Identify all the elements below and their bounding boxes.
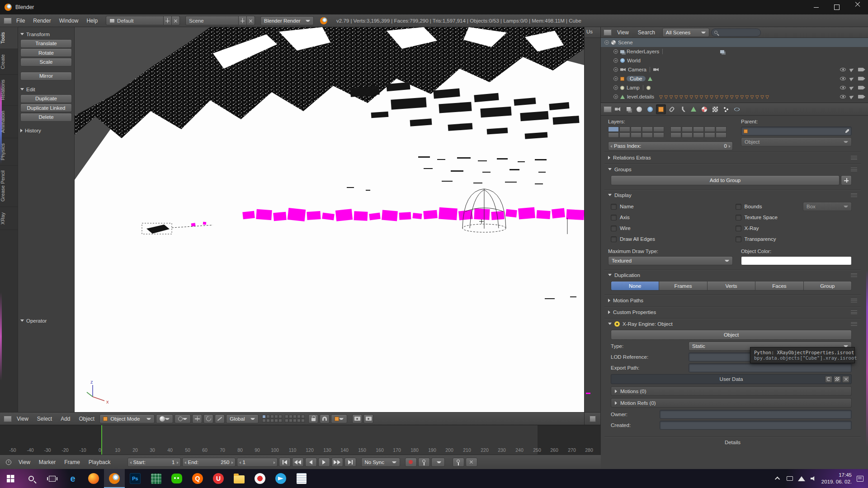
taskbar-photoshop[interactable]: Ps <box>125 469 146 488</box>
viewport-3d[interactable]: z x <box>75 27 584 412</box>
tab-physics[interactable] <box>732 104 742 114</box>
keying-set-button[interactable] <box>418 458 430 467</box>
jump-to-start-button[interactable] <box>279 458 291 467</box>
eyedropper-icon[interactable] <box>845 129 849 133</box>
renderable-icon[interactable] <box>858 95 863 99</box>
tab-grease-pencil[interactable]: Grease Pencil <box>0 165 18 207</box>
xray-checkbox[interactable] <box>736 225 741 231</box>
panel-drag-handle[interactable] <box>851 322 857 326</box>
snap-toggle-button[interactable] <box>320 414 330 423</box>
menu-window[interactable]: Window <box>56 18 82 24</box>
scene-selector[interactable]: Scene <box>185 16 255 25</box>
visibility-icon[interactable] <box>840 86 846 89</box>
opengl-render-button[interactable] <box>352 414 362 423</box>
taskbar-search-button[interactable] <box>21 469 42 488</box>
duplication-faces-button[interactable]: Faces <box>755 281 803 291</box>
stripe-bottom-header[interactable] <box>585 412 600 425</box>
duplication-group-button[interactable]: Group <box>803 281 852 291</box>
display-tray-icon[interactable] <box>786 475 793 482</box>
editor-type-icon[interactable] <box>4 416 12 422</box>
tab-modifiers[interactable] <box>678 104 688 114</box>
menu-view[interactable]: View <box>13 416 32 422</box>
selectable-icon[interactable] <box>849 67 855 72</box>
menu-view[interactable]: View <box>15 459 34 465</box>
panel-drag-handle[interactable] <box>851 273 857 277</box>
tab-tools[interactable]: Tools <box>0 27 18 49</box>
sync-dropdown[interactable]: No Sync <box>361 458 400 467</box>
manipulator-translate-button[interactable] <box>192 414 202 423</box>
menu-marker[interactable]: Marker <box>35 459 59 465</box>
editor-type-icon[interactable] <box>4 18 12 24</box>
hidden-icons-button[interactable] <box>774 475 782 482</box>
tab-material[interactable] <box>699 104 709 114</box>
timeline-ruler[interactable]: -50 -40 -30 -20 -10 0 10 20 30 40 50 60 … <box>0 425 601 455</box>
volume-tray-icon[interactable] <box>810 475 817 482</box>
outliner-row-scene[interactable]: Scene <box>601 38 868 47</box>
pass-index-slider[interactable]: Pass Index: 0 <box>608 141 733 150</box>
screen-layout-selector[interactable]: Default <box>106 16 180 25</box>
panel-duplication[interactable]: Duplication <box>604 270 861 280</box>
end-frame-field[interactable]: End: 250 <box>182 458 236 467</box>
outliner-search-input[interactable] <box>711 28 761 37</box>
renderable-icon[interactable] <box>858 77 863 80</box>
rotate-button[interactable]: Rotate <box>20 48 72 57</box>
tab-physics[interactable]: Physics <box>0 138 18 166</box>
tab-render[interactable] <box>613 104 623 114</box>
tab-relations[interactable]: Relations <box>0 75 18 106</box>
render-engine-dropdown[interactable]: Blender Render <box>260 16 314 25</box>
panel-drag-handle[interactable] <box>851 156 857 160</box>
expand-icon[interactable] <box>604 40 609 45</box>
panel-details[interactable]: Details <box>604 437 861 447</box>
menu-select[interactable]: Select <box>33 416 56 422</box>
taskbar-media-app[interactable] <box>250 469 270 488</box>
menu-view[interactable]: View <box>613 29 632 36</box>
taskbar-blender[interactable] <box>104 469 125 488</box>
draw-all-edges-checkbox[interactable] <box>611 236 617 242</box>
browse-button[interactable] <box>834 376 841 383</box>
snap-element-dropdown[interactable] <box>331 414 347 423</box>
panel-history[interactable]: History <box>20 126 72 135</box>
motions-expander[interactable]: Motions (0) <box>611 386 852 396</box>
refresh-button[interactable] <box>825 376 832 383</box>
minimize-button[interactable] <box>806 0 826 14</box>
name-checkbox[interactable] <box>611 204 617 210</box>
max-draw-type-dropdown[interactable]: Textured <box>608 256 733 265</box>
outliner-row-level-details[interactable]: level.details ▽▽▽▽▽▽▽▽▽▽▽▽▽▽▽▽▽▽▽▽▽▽ <box>601 92 868 101</box>
outliner-row-renderlayers[interactable]: RenderLayers <box>601 47 868 56</box>
editor-type-icon[interactable] <box>604 106 612 113</box>
object-color-swatch[interactable] <box>741 256 852 265</box>
taskbar-clock[interactable]: 17:45 2019. 06. 02. <box>821 472 852 485</box>
expand-icon[interactable] <box>613 76 618 81</box>
axis-checkbox[interactable] <box>611 215 617 221</box>
editor-type-icon[interactable] <box>4 458 14 467</box>
wire-checkbox[interactable] <box>611 225 617 231</box>
viewport-layers[interactable] <box>262 415 305 422</box>
play-button[interactable] <box>318 458 330 467</box>
selectable-icon[interactable] <box>849 85 855 90</box>
taskbar-u-app[interactable]: U <box>208 469 229 488</box>
start-button[interactable] <box>0 469 21 488</box>
expand-icon[interactable] <box>613 49 618 54</box>
keying-set-dropdown[interactable] <box>431 458 445 467</box>
xray-object-button[interactable]: Object <box>611 330 852 340</box>
menu-frame[interactable]: Frame <box>61 459 84 465</box>
add-scene-button[interactable] <box>239 16 247 25</box>
outliner-row-cube[interactable]: Cube <box>601 74 868 83</box>
menu-playback[interactable]: Playback <box>85 459 114 465</box>
menu-render[interactable]: Render <box>29 18 54 24</box>
taskbar-edge[interactable]: e <box>62 469 83 488</box>
insert-keyframe-button[interactable] <box>453 458 464 467</box>
clear-button[interactable] <box>842 376 849 383</box>
panel-xray-engine[interactable]: X-Ray Engine: Object <box>604 319 861 328</box>
parent-type-dropdown[interactable]: Object <box>741 137 852 146</box>
duplication-verts-button[interactable]: Verts <box>707 281 755 291</box>
menu-search[interactable]: Search <box>634 29 659 36</box>
menu-file[interactable]: File <box>13 18 28 24</box>
parent-object-field[interactable] <box>741 127 852 136</box>
export-path-field[interactable] <box>689 363 852 372</box>
visibility-icon[interactable] <box>840 77 846 80</box>
mode-dropdown[interactable]: Object Mode <box>99 414 155 423</box>
tab-object[interactable] <box>656 104 666 114</box>
panel-drag-handle[interactable] <box>851 310 857 314</box>
tab-particles[interactable] <box>721 104 731 114</box>
